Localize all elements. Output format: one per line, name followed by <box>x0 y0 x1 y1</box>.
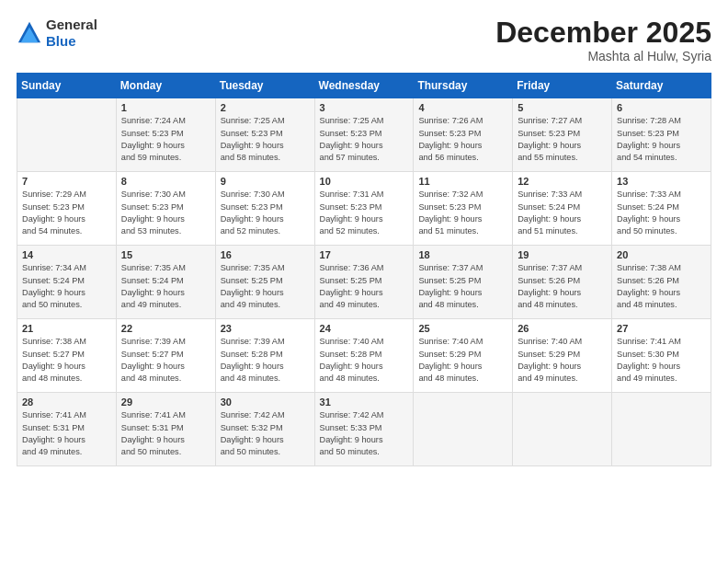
calendar-cell: 11Sunrise: 7:32 AMSunset: 5:23 PMDayligh… <box>414 172 513 246</box>
calendar-cell: 10Sunrise: 7:31 AMSunset: 5:23 PMDayligh… <box>314 172 414 246</box>
calendar-table: SundayMondayTuesdayWednesdayThursdayFrid… <box>17 73 711 466</box>
day-number: 28 <box>22 396 111 408</box>
calendar-cell <box>612 393 711 466</box>
day-number: 18 <box>418 249 507 260</box>
calendar-cell <box>513 393 612 466</box>
calendar-cell: 21Sunrise: 7:38 AMSunset: 5:27 PMDayligh… <box>17 319 117 393</box>
calendar-cell: 3Sunrise: 7:25 AMSunset: 5:23 PMDaylight… <box>314 98 414 172</box>
cell-content: Sunrise: 7:38 AMSunset: 5:26 PMDaylight:… <box>617 262 706 311</box>
cell-content: Sunrise: 7:39 AMSunset: 5:28 PMDaylight:… <box>221 336 310 385</box>
cell-content: Sunrise: 7:34 AMSunset: 5:24 PMDaylight:… <box>22 262 111 311</box>
day-number: 27 <box>617 323 706 334</box>
calendar-cell: 20Sunrise: 7:38 AMSunset: 5:26 PMDayligh… <box>612 246 711 319</box>
cell-content: Sunrise: 7:40 AMSunset: 5:28 PMDaylight:… <box>320 336 409 385</box>
calendar-header-cell: Tuesday <box>215 74 314 98</box>
calendar-cell: 31Sunrise: 7:42 AMSunset: 5:33 PMDayligh… <box>314 393 414 466</box>
calendar-cell: 19Sunrise: 7:37 AMSunset: 5:26 PMDayligh… <box>513 246 612 319</box>
cell-content: Sunrise: 7:41 AMSunset: 5:30 PMDaylight:… <box>617 336 706 385</box>
day-number: 3 <box>320 102 409 113</box>
cell-content: Sunrise: 7:40 AMSunset: 5:29 PMDaylight:… <box>418 336 507 385</box>
calendar-header-cell: Sunday <box>17 74 117 98</box>
calendar-cell: 2Sunrise: 7:25 AMSunset: 5:23 PMDaylight… <box>215 98 314 172</box>
calendar-cell: 24Sunrise: 7:40 AMSunset: 5:28 PMDayligh… <box>314 319 414 393</box>
cell-content: Sunrise: 7:36 AMSunset: 5:25 PMDaylight:… <box>320 262 409 311</box>
day-number: 25 <box>418 323 507 334</box>
cell-content: Sunrise: 7:24 AMSunset: 5:23 PMDaylight:… <box>121 115 210 164</box>
day-number: 2 <box>221 102 310 113</box>
calendar-cell: 12Sunrise: 7:33 AMSunset: 5:24 PMDayligh… <box>513 172 612 246</box>
cell-content: Sunrise: 7:33 AMSunset: 5:24 PMDaylight:… <box>518 189 607 237</box>
calendar-week-row: 7Sunrise: 7:29 AMSunset: 5:23 PMDaylight… <box>17 172 711 246</box>
day-number: 13 <box>617 176 706 187</box>
day-number: 24 <box>320 323 409 334</box>
cell-content: Sunrise: 7:27 AMSunset: 5:23 PMDaylight:… <box>518 115 607 164</box>
calendar-cell: 23Sunrise: 7:39 AMSunset: 5:28 PMDayligh… <box>215 319 314 393</box>
day-number: 12 <box>518 176 607 187</box>
calendar-cell: 28Sunrise: 7:41 AMSunset: 5:31 PMDayligh… <box>17 393 117 466</box>
calendar-cell: 4Sunrise: 7:26 AMSunset: 5:23 PMDaylight… <box>414 98 513 172</box>
calendar-cell: 14Sunrise: 7:34 AMSunset: 5:24 PMDayligh… <box>17 246 117 319</box>
cell-content: Sunrise: 7:35 AMSunset: 5:25 PMDaylight:… <box>221 262 310 311</box>
day-number: 6 <box>617 102 706 113</box>
calendar-header-cell: Thursday <box>414 74 513 98</box>
page: General Blue December 2025 Mashta al Hul… <box>0 0 728 563</box>
day-number: 22 <box>121 323 210 334</box>
day-number: 16 <box>221 249 310 260</box>
calendar-cell <box>414 393 513 466</box>
day-number: 1 <box>121 102 210 113</box>
month-title: December 2025 <box>495 17 711 49</box>
day-number: 21 <box>22 323 111 334</box>
day-number: 9 <box>221 176 310 187</box>
calendar-week-row: 28Sunrise: 7:41 AMSunset: 5:31 PMDayligh… <box>17 393 711 466</box>
calendar-cell: 22Sunrise: 7:39 AMSunset: 5:27 PMDayligh… <box>116 319 215 393</box>
calendar-week-row: 21Sunrise: 7:38 AMSunset: 5:27 PMDayligh… <box>17 319 711 393</box>
cell-content: Sunrise: 7:41 AMSunset: 5:31 PMDaylight:… <box>22 409 111 458</box>
calendar-cell: 29Sunrise: 7:41 AMSunset: 5:31 PMDayligh… <box>116 393 215 466</box>
day-number: 5 <box>518 102 607 113</box>
cell-content: Sunrise: 7:32 AMSunset: 5:23 PMDaylight:… <box>418 189 507 237</box>
day-number: 15 <box>121 249 210 260</box>
calendar-header-cell: Friday <box>513 74 612 98</box>
calendar-cell: 5Sunrise: 7:27 AMSunset: 5:23 PMDaylight… <box>513 98 612 172</box>
day-number: 29 <box>121 396 210 408</box>
day-number: 23 <box>221 323 310 334</box>
day-number: 26 <box>518 323 607 334</box>
logo-blue: Blue <box>46 33 76 49</box>
calendar-cell: 9Sunrise: 7:30 AMSunset: 5:23 PMDaylight… <box>215 172 314 246</box>
day-number: 4 <box>418 102 507 113</box>
cell-content: Sunrise: 7:39 AMSunset: 5:27 PMDaylight:… <box>121 336 210 385</box>
header: General Blue December 2025 Mashta al Hul… <box>17 17 711 63</box>
title-block: December 2025 Mashta al Hulw, Syria <box>495 17 711 63</box>
calendar-cell: 30Sunrise: 7:42 AMSunset: 5:32 PMDayligh… <box>215 393 314 466</box>
calendar-cell: 17Sunrise: 7:36 AMSunset: 5:25 PMDayligh… <box>314 246 414 319</box>
day-number: 8 <box>121 176 210 187</box>
calendar-cell: 25Sunrise: 7:40 AMSunset: 5:29 PMDayligh… <box>414 319 513 393</box>
calendar-cell: 27Sunrise: 7:41 AMSunset: 5:30 PMDayligh… <box>612 319 711 393</box>
cell-content: Sunrise: 7:28 AMSunset: 5:23 PMDaylight:… <box>617 115 706 164</box>
location: Mashta al Hulw, Syria <box>495 49 711 63</box>
cell-content: Sunrise: 7:41 AMSunset: 5:31 PMDaylight:… <box>121 409 210 458</box>
day-number: 31 <box>320 396 409 408</box>
day-number: 7 <box>22 176 111 187</box>
day-number: 14 <box>22 249 111 260</box>
calendar-header-cell: Saturday <box>612 74 711 98</box>
cell-content: Sunrise: 7:25 AMSunset: 5:23 PMDaylight:… <box>320 115 409 164</box>
day-number: 20 <box>617 249 706 260</box>
calendar-cell: 7Sunrise: 7:29 AMSunset: 5:23 PMDaylight… <box>17 172 117 246</box>
calendar-cell: 6Sunrise: 7:28 AMSunset: 5:23 PMDaylight… <box>612 98 711 172</box>
calendar-cell: 1Sunrise: 7:24 AMSunset: 5:23 PMDaylight… <box>116 98 215 172</box>
day-number: 11 <box>418 176 507 187</box>
logo: General Blue <box>17 17 97 50</box>
day-number: 17 <box>320 249 409 260</box>
day-number: 30 <box>221 396 310 408</box>
cell-content: Sunrise: 7:37 AMSunset: 5:26 PMDaylight:… <box>518 262 607 311</box>
calendar-week-row: 14Sunrise: 7:34 AMSunset: 5:24 PMDayligh… <box>17 246 711 319</box>
calendar-header-cell: Wednesday <box>314 74 414 98</box>
cell-content: Sunrise: 7:26 AMSunset: 5:23 PMDaylight:… <box>418 115 507 164</box>
calendar-cell: 13Sunrise: 7:33 AMSunset: 5:24 PMDayligh… <box>612 172 711 246</box>
cell-content: Sunrise: 7:37 AMSunset: 5:25 PMDaylight:… <box>418 262 507 311</box>
cell-content: Sunrise: 7:42 AMSunset: 5:33 PMDaylight:… <box>320 409 409 458</box>
logo-icon <box>17 20 42 46</box>
cell-content: Sunrise: 7:40 AMSunset: 5:29 PMDaylight:… <box>518 336 607 385</box>
logo-general: General <box>46 17 97 32</box>
